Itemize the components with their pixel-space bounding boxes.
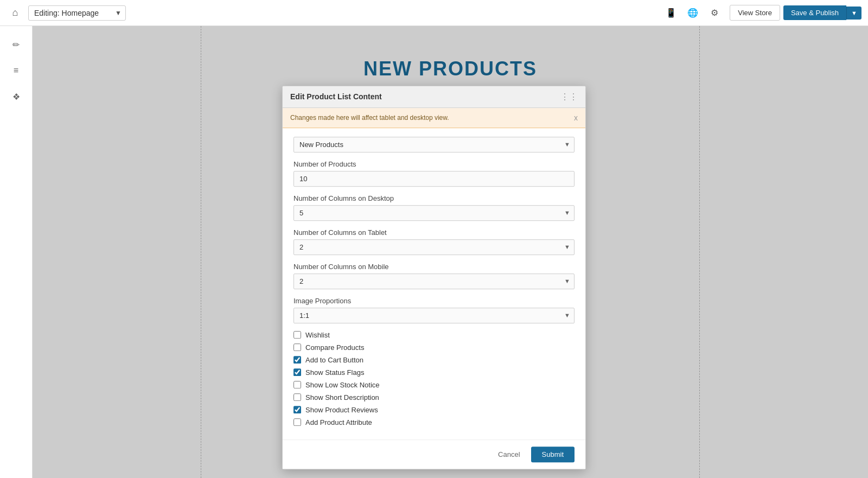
checkbox-add-to-cart[interactable]: Add to Cart Button	[293, 356, 575, 364]
checkbox-wishlist[interactable]: Wishlist	[293, 331, 575, 339]
num-columns-tablet-select[interactable]: 2 134	[293, 239, 575, 255]
num-columns-mobile-label: Number of Columns on Mobile	[293, 263, 575, 271]
num-columns-tablet-group: Number of Columns on Tablet 2 134 ▼	[293, 228, 575, 255]
num-columns-mobile-wrapper: 2 134 ▼	[293, 273, 575, 289]
add-product-attr-label: Add Product Attribute	[305, 418, 372, 426]
show-product-reviews-label: Show Product Reviews	[305, 406, 378, 414]
wishlist-checkbox[interactable]	[293, 331, 301, 339]
submit-button[interactable]: Submit	[531, 447, 575, 462]
add-to-cart-label: Add to Cart Button	[305, 356, 363, 364]
sidebar-puzzle-button[interactable]: ❖	[7, 87, 26, 106]
num-columns-mobile-select[interactable]: 2 134	[293, 273, 575, 289]
num-columns-desktop-label: Number of Columns on Desktop	[293, 194, 575, 202]
image-proportions-group: Image Proportions 1:1 4:316:9 ▼	[293, 297, 575, 323]
add-product-attr-checkbox[interactable]	[293, 418, 301, 426]
cancel-button[interactable]: Cancel	[493, 447, 525, 462]
collection-select[interactable]: New Products	[293, 137, 575, 152]
topbar-icons: 📱 🌐 ⚙	[662, 4, 723, 22]
modal-header: Edit Product List Content ⋮⋮	[283, 86, 585, 108]
modal-form: New Products ▼ Number of Products Number…	[283, 128, 585, 439]
sidebar-menu-button[interactable]: ≡	[7, 61, 26, 80]
modal-alert-text: Changes made here will affect tablet and…	[290, 114, 449, 122]
home-icon: ⌂	[12, 7, 18, 18]
image-proportions-wrapper: 1:1 4:316:9 ▼	[293, 308, 575, 323]
view-store-button[interactable]: View Store	[730, 5, 780, 21]
modal-alert-close-button[interactable]: x	[574, 113, 578, 122]
num-columns-desktop-select[interactable]: 5 1234	[293, 205, 575, 221]
checkbox-show-status-flags[interactable]: Show Status Flags	[293, 368, 575, 377]
left-sidebar: ✏ ≡ ❖	[0, 26, 33, 478]
checkbox-compare-products[interactable]: Compare Products	[293, 343, 575, 352]
edit-icon: ✏	[12, 40, 20, 50]
add-to-cart-checkbox[interactable]	[293, 356, 301, 364]
show-low-stock-checkbox[interactable]	[293, 381, 301, 388]
modal-footer: Cancel Submit	[283, 439, 585, 469]
menu-icon: ≡	[14, 66, 18, 75]
settings-button[interactable]: ⚙	[706, 4, 723, 22]
image-proportions-select[interactable]: 1:1 4:316:9	[293, 308, 575, 323]
num-products-group: Number of Products	[293, 160, 575, 187]
sidebar-edit-button[interactable]: ✏	[7, 35, 26, 54]
collection-select-group: New Products ▼	[293, 137, 575, 152]
show-low-stock-label: Show Low Stock Notice	[305, 381, 380, 389]
editing-select[interactable]: Editing: Homepage	[28, 5, 126, 21]
save-publish-button[interactable]: Save & Publish	[783, 5, 846, 20]
checkbox-show-product-reviews[interactable]: Show Product Reviews	[293, 406, 575, 414]
wishlist-label: Wishlist	[305, 331, 330, 339]
image-proportions-label: Image Proportions	[293, 297, 575, 305]
num-columns-desktop-group: Number of Columns on Desktop 5 1234 ▼	[293, 194, 575, 221]
show-status-flags-label: Show Status Flags	[305, 368, 364, 377]
compare-products-checkbox[interactable]	[293, 343, 301, 351]
num-columns-tablet-label: Number of Columns on Tablet	[293, 228, 575, 237]
show-product-reviews-checkbox[interactable]	[293, 406, 301, 413]
modal-title: Edit Product List Content	[290, 92, 382, 101]
checkboxes-section: Wishlist Compare Products Add to Cart Bu…	[293, 331, 575, 426]
mobile-icon: 📱	[666, 8, 676, 18]
num-products-input[interactable]	[293, 171, 575, 187]
save-publish-dropdown-button[interactable]: ▼	[846, 7, 861, 20]
puzzle-icon: ❖	[12, 92, 20, 102]
edit-product-list-modal: Edit Product List Content ⋮⋮ Changes mad…	[282, 86, 586, 469]
settings-icon: ⚙	[711, 8, 718, 18]
modal-body: Changes made here will affect tablet and…	[283, 108, 585, 439]
collection-select-wrapper: New Products ▼	[293, 137, 575, 152]
globe-icon: 🌐	[687, 8, 698, 18]
num-columns-desktop-wrapper: 5 1234 ▼	[293, 205, 575, 221]
modal-drag-handle[interactable]: ⋮⋮	[560, 92, 578, 102]
num-columns-tablet-wrapper: 2 134 ▼	[293, 239, 575, 255]
num-products-label: Number of Products	[293, 160, 575, 168]
mobile-view-button[interactable]: 📱	[662, 4, 680, 22]
home-button[interactable]: ⌂	[7, 4, 24, 22]
modal-alert-banner: Changes made here will affect tablet and…	[283, 108, 585, 128]
show-short-desc-label: Show Short Description	[305, 393, 379, 401]
checkbox-show-short-desc[interactable]: Show Short Description	[293, 393, 575, 401]
show-short-desc-checkbox[interactable]	[293, 393, 301, 401]
checkbox-show-low-stock[interactable]: Show Low Stock Notice	[293, 381, 575, 389]
editing-select-wrapper: Editing: Homepage ▼	[28, 5, 126, 21]
globe-button[interactable]: 🌐	[684, 4, 701, 22]
topbar: ⌂ Editing: Homepage ▼ 📱 🌐 ⚙ View Store S…	[0, 0, 868, 26]
checkbox-add-product-attr[interactable]: Add Product Attribute	[293, 418, 575, 426]
show-status-flags-checkbox[interactable]	[293, 368, 301, 376]
compare-products-label: Compare Products	[305, 343, 364, 352]
num-columns-mobile-group: Number of Columns on Mobile 2 134 ▼	[293, 263, 575, 289]
